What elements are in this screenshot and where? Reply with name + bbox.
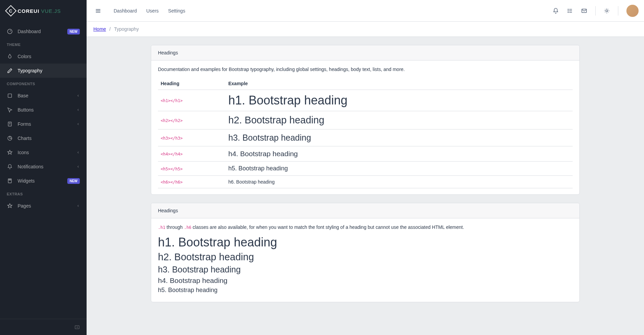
breadcrumb: Home / Typography bbox=[93, 26, 637, 32]
sidebar: COREUI VUE.JS Dashboard NEW THEME Colors bbox=[0, 0, 87, 335]
heading-class-example: h3. Bootstrap heading bbox=[158, 265, 573, 274]
menu-toggle-icon[interactable] bbox=[92, 5, 104, 17]
table-row: <h3></h3>h3. Bootstrap heading bbox=[158, 129, 573, 146]
brand[interactable]: COREUI VUE.JS bbox=[0, 0, 87, 22]
svg-line-27 bbox=[608, 9, 609, 9]
heading-example: h4. Bootstrap heading bbox=[228, 150, 298, 158]
heading-tag-code: <h6></h6> bbox=[161, 180, 183, 185]
sidebar-item-pages[interactable]: Pages bbox=[0, 199, 87, 213]
sidebar-item-buttons[interactable]: Buttons bbox=[0, 103, 87, 117]
brand-name: COREUI VUE.JS bbox=[18, 8, 61, 14]
envelope-icon[interactable] bbox=[578, 5, 591, 17]
sidebar-item-label: Typography bbox=[18, 68, 80, 73]
heading-class-example: h1. Bootstrap heading bbox=[158, 235, 573, 249]
sidebar-item-notifications[interactable]: Notifications bbox=[0, 160, 87, 174]
brand-logo-icon bbox=[5, 5, 17, 17]
card-headings-table: Headings Documentation and examples for … bbox=[151, 45, 580, 195]
sidebar-item-label: Notifications bbox=[18, 164, 72, 169]
chevron-left-icon bbox=[76, 204, 80, 208]
heading-example: h1. Bootstrap heading bbox=[228, 93, 347, 107]
chevron-left-icon bbox=[76, 122, 80, 126]
sidebar-item-widgets[interactable]: Widgets NEW bbox=[0, 174, 87, 188]
sidebar-item-base[interactable]: Base bbox=[0, 89, 87, 103]
heading-class-example: h4. Bootstrap heading bbox=[158, 277, 573, 285]
chevron-left-icon bbox=[76, 165, 80, 168]
heading-example: h3. Bootstrap heading bbox=[228, 133, 311, 142]
sidebar-item-charts[interactable]: Charts bbox=[0, 131, 87, 145]
puzzle-icon bbox=[7, 93, 13, 99]
heading-tag-code: <h5></h5> bbox=[161, 167, 183, 171]
sidebar-item-dashboard[interactable]: Dashboard NEW bbox=[0, 24, 87, 39]
sidebar-footer bbox=[0, 319, 87, 335]
sidebar-item-label: Buttons bbox=[18, 107, 72, 113]
drop-icon bbox=[7, 53, 13, 59]
notes-icon bbox=[7, 121, 13, 127]
svg-point-19 bbox=[606, 10, 608, 12]
sidebar-item-colors[interactable]: Colors bbox=[0, 49, 87, 64]
nav-title-extras: EXTRAS bbox=[0, 188, 87, 199]
heading-example: h5. Bootstrap heading bbox=[228, 165, 288, 172]
pencil-icon bbox=[7, 68, 13, 74]
sidebar-item-label: Colors bbox=[18, 54, 80, 59]
speedometer-icon bbox=[7, 28, 13, 34]
sidebar-nav: Dashboard NEW THEME Colors Typography CO… bbox=[0, 22, 87, 319]
header-nav-dashboard[interactable]: Dashboard bbox=[110, 5, 141, 16]
chart-pie-icon bbox=[7, 135, 13, 141]
svg-line-25 bbox=[608, 12, 609, 13]
sidebar-item-label: Base bbox=[18, 93, 72, 98]
sidebar-item-icons[interactable]: Icons bbox=[0, 145, 87, 160]
sidebar-item-forms[interactable]: Forms bbox=[0, 117, 87, 131]
bell-icon bbox=[7, 164, 13, 170]
code-h6: .h6 bbox=[184, 225, 191, 230]
sidebar-minimize-icon[interactable] bbox=[74, 325, 80, 330]
card-title: Headings bbox=[151, 45, 579, 61]
list-icon[interactable] bbox=[564, 5, 576, 17]
table-header-example: Example bbox=[226, 77, 573, 90]
table-header-heading: Heading bbox=[158, 77, 226, 90]
svg-point-17 bbox=[568, 12, 569, 13]
code-h1: .h1 bbox=[158, 225, 165, 230]
svg-point-16 bbox=[568, 10, 569, 11]
svg-rect-7 bbox=[9, 180, 10, 180]
sun-icon[interactable] bbox=[600, 5, 613, 17]
headings-table: Heading Example <h1></h1>h1. Bootstrap h… bbox=[158, 77, 573, 188]
badge-new: NEW bbox=[67, 178, 80, 184]
sidebar-item-label: Forms bbox=[18, 121, 72, 127]
svg-line-26 bbox=[605, 12, 605, 13]
header-nav: Dashboard Users Settings bbox=[110, 5, 189, 16]
header-nav-users[interactable]: Users bbox=[142, 5, 163, 16]
heading-tag-code: <h1></h1> bbox=[161, 98, 183, 103]
card-description: Documentation and examples for Bootstrap… bbox=[158, 67, 573, 72]
heading-example: h2. Bootstrap heading bbox=[228, 115, 324, 125]
header: Dashboard Users Settings Home / bbox=[87, 0, 644, 37]
badge-new: NEW bbox=[67, 29, 80, 34]
bell-icon[interactable] bbox=[549, 5, 562, 17]
header-nav-settings[interactable]: Settings bbox=[164, 5, 189, 16]
avatar[interactable] bbox=[626, 5, 639, 17]
svg-point-15 bbox=[568, 9, 569, 9]
table-row: <h5></h5>h5. Bootstrap heading bbox=[158, 162, 573, 176]
sidebar-item-label: Charts bbox=[18, 136, 80, 141]
sidebar-item-typography[interactable]: Typography bbox=[0, 64, 87, 78]
nav-title-theme: THEME bbox=[0, 39, 87, 49]
sidebar-item-label: Widgets bbox=[18, 178, 63, 184]
star-icon bbox=[7, 149, 13, 155]
svg-rect-1 bbox=[8, 94, 12, 98]
heading-example: h6. Bootstrap heading bbox=[228, 179, 275, 185]
star-icon bbox=[7, 203, 13, 209]
table-row: <h2></h2>h2. Bootstrap heading bbox=[158, 111, 573, 129]
heading-tag-code: <h3></h3> bbox=[161, 136, 183, 141]
svg-line-24 bbox=[605, 9, 605, 9]
divider bbox=[595, 6, 596, 16]
heading-class-example: h5. Bootstrap heading bbox=[158, 287, 573, 294]
heading-class-example: h2. Bootstrap heading bbox=[158, 252, 573, 263]
table-row: <h6></h6>h6. Bootstrap heading bbox=[158, 176, 573, 188]
sidebar-item-label: Dashboard bbox=[18, 29, 63, 34]
breadcrumb-separator: / bbox=[109, 26, 111, 32]
breadcrumb-home[interactable]: Home bbox=[93, 26, 106, 32]
divider bbox=[618, 6, 618, 16]
table-row: <h4></h4>h4. Bootstrap heading bbox=[158, 146, 573, 162]
card-title: Headings bbox=[151, 203, 579, 218]
table-row: <h1></h1>h1. Bootstrap heading bbox=[158, 90, 573, 111]
cursor-icon bbox=[7, 107, 13, 113]
